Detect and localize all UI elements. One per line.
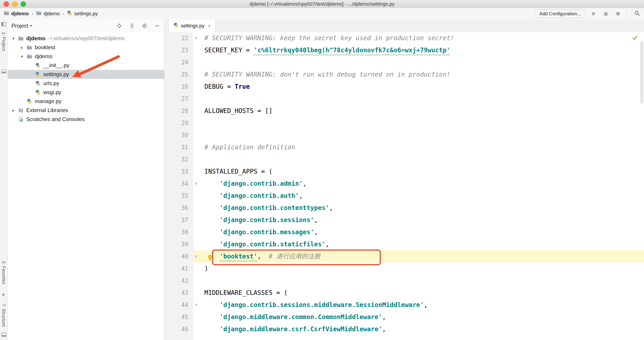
code-line-40[interactable]: ▾ 'booktest', # 进行应用的注册 bbox=[193, 250, 644, 262]
run-icon[interactable] bbox=[590, 10, 597, 17]
code-line-45[interactable]: 'django.middleware.common.CommonMiddlewa… bbox=[193, 311, 644, 323]
code-line-22[interactable]: ▾# SECURITY WARNING: keep the secret key… bbox=[193, 32, 644, 44]
code-line-27[interactable] bbox=[193, 93, 644, 105]
fold-icon[interactable]: ▾ bbox=[195, 250, 198, 262]
bottom-stripe-icon[interactable] bbox=[1, 332, 6, 338]
line-number[interactable]: 35 bbox=[164, 190, 193, 202]
code-line-36[interactable]: 'django.contrib.contenttypes', bbox=[193, 202, 644, 214]
code-line-46[interactable]: 'django.middleware.csrf.CsrfViewMiddlewa… bbox=[193, 323, 644, 335]
line-number[interactable]: 32 bbox=[164, 153, 193, 166]
line-number[interactable]: 37 bbox=[164, 214, 193, 226]
line-number[interactable]: 39 bbox=[164, 238, 193, 250]
code-line-43[interactable]: MIDDLEWARE_CLASSES = ( bbox=[193, 287, 644, 299]
python-icon bbox=[34, 63, 42, 68]
line-number[interactable]: 46 bbox=[164, 323, 193, 335]
code-line-24[interactable] bbox=[193, 56, 644, 69]
add-configuration-button[interactable]: Add Configuration... bbox=[535, 10, 585, 18]
fold-icon[interactable]: ▾ bbox=[195, 32, 198, 44]
code-line-32[interactable] bbox=[193, 153, 644, 166]
line-number[interactable]: 42 bbox=[164, 275, 193, 287]
breadcrumb-item-djdemo[interactable]: djdemo bbox=[4, 11, 29, 17]
code-line-23[interactable]: SECRET_KEY = 'c%6ltrrkqy040lbeg(h^78c4yl… bbox=[193, 44, 644, 56]
libraries-icon bbox=[17, 108, 24, 113]
chevron-expanded-icon[interactable]: ▾ bbox=[18, 54, 26, 59]
tree-item-settings.py[interactable]: settings.py bbox=[8, 70, 164, 79]
fold-icon[interactable]: ▾ bbox=[195, 299, 198, 311]
tree-item-label: booktest bbox=[35, 44, 55, 51]
code-line-39[interactable]: 'django.contrib.staticfiles', bbox=[193, 238, 644, 250]
breadcrumb-item-settings.py[interactable]: settings.py bbox=[67, 10, 98, 17]
tree-item-booktest[interactable]: ▸booktest bbox=[8, 43, 164, 52]
code-line-30[interactable] bbox=[193, 129, 644, 141]
code-token: , bbox=[258, 253, 269, 260]
editor-scrollbar[interactable] bbox=[640, 41, 643, 104]
code-line-37[interactable]: 'django.contrib.sessions', bbox=[193, 214, 644, 226]
close-icon[interactable]: × bbox=[208, 23, 211, 29]
line-number[interactable]: 22 bbox=[164, 32, 193, 44]
code-line-44[interactable]: ▾ 'django.contrib.sessions.middleware.Se… bbox=[193, 299, 644, 311]
fold-icon[interactable]: ▾ bbox=[195, 178, 198, 190]
line-number[interactable]: 29 bbox=[164, 117, 193, 129]
line-number[interactable]: 45 bbox=[164, 311, 193, 323]
line-number[interactable]: 44 bbox=[164, 299, 193, 311]
code-area[interactable]: ▾# SECURITY WARNING: keep the secret key… bbox=[193, 32, 644, 340]
code-line-26[interactable]: DEBUG = True bbox=[193, 81, 644, 93]
chevron-collapsed-icon[interactable]: ▸ bbox=[10, 108, 17, 113]
line-number[interactable]: 33 bbox=[164, 166, 193, 178]
stripe-tab-structure[interactable]: 7: Structure bbox=[1, 304, 6, 327]
code-line-38[interactable]: 'django.contrib.messages', bbox=[193, 226, 644, 238]
chevron-collapsed-icon[interactable]: ▸ bbox=[18, 45, 26, 50]
code-line-33[interactable]: INSTALLED_APPS = ( bbox=[193, 166, 644, 178]
panel-toggle-icon[interactable] bbox=[1, 69, 6, 75]
tree-item-external-libraries[interactable]: ▸External Libraries bbox=[8, 106, 164, 115]
line-number[interactable]: 25 bbox=[164, 69, 193, 81]
search-everywhere-button[interactable] bbox=[632, 8, 642, 19]
tree-item-scratches-and-consoles[interactable]: Scratches and Consoles bbox=[8, 115, 164, 124]
code-line-31[interactable]: # Application definition bbox=[193, 141, 644, 153]
code-line-34[interactable]: ▾ 'django.contrib.admin', bbox=[193, 178, 644, 190]
code-line-25[interactable]: # SECURITY WARNING: don't run with debug… bbox=[193, 69, 644, 81]
stop-icon[interactable] bbox=[614, 10, 622, 17]
line-number[interactable]: 34 bbox=[164, 178, 193, 190]
line-number[interactable]: 28 bbox=[164, 105, 193, 117]
stripe-tab-favorites[interactable]: 2: Favorites bbox=[1, 261, 6, 284]
code-token: , bbox=[314, 228, 318, 236]
collapse-all-icon[interactable] bbox=[128, 22, 136, 30]
line-number[interactable]: 23 bbox=[164, 44, 193, 56]
line-number[interactable]: 38 bbox=[164, 226, 193, 238]
code-line-41[interactable]: ) bbox=[193, 262, 644, 275]
line-number[interactable]: 26 bbox=[164, 81, 193, 93]
line-number[interactable]: 24 bbox=[164, 56, 193, 69]
project-tool-icon[interactable] bbox=[1, 22, 6, 28]
code-line-28[interactable]: ALLOWED_HOSTS = [] bbox=[193, 105, 644, 117]
tree-item-wsgi.py[interactable]: wsgi.py bbox=[8, 88, 164, 97]
line-number[interactable]: 31 bbox=[164, 141, 193, 153]
star-icon[interactable]: ★ bbox=[1, 292, 6, 297]
line-number[interactable]: 36 bbox=[164, 202, 193, 214]
tree-item-label: djdemo bbox=[26, 35, 45, 42]
code-line-29[interactable] bbox=[193, 117, 644, 129]
line-number[interactable]: 41 bbox=[164, 262, 193, 275]
breadcrumb-item-djdemo[interactable]: djdemo bbox=[36, 11, 60, 17]
tree-item-djdemo[interactable]: ▾djdemo bbox=[8, 52, 164, 61]
chevron-expanded-icon[interactable]: ▾ bbox=[10, 36, 17, 41]
inspections-ok-icon[interactable] bbox=[632, 34, 638, 42]
code-line-42[interactable] bbox=[193, 275, 644, 287]
code-line-35[interactable]: 'django.contrib.auth', bbox=[193, 190, 644, 202]
line-number[interactable]: 40 bbox=[164, 250, 193, 262]
line-number[interactable]: 43 bbox=[164, 287, 193, 299]
tree-item-urls.py[interactable]: urls.py bbox=[8, 79, 164, 88]
debug-icon[interactable] bbox=[602, 10, 610, 17]
gear-icon[interactable] bbox=[141, 22, 148, 30]
locate-file-icon[interactable] bbox=[116, 22, 123, 30]
project-panel-title[interactable]: Project bbox=[12, 23, 28, 29]
hide-panel-icon[interactable] bbox=[154, 22, 161, 30]
tree-item-djdemo[interactable]: ▾djdemo~/.virtualenvs/npy007/test/djdemo bbox=[8, 34, 164, 43]
tab-settings-py[interactable]: settings.py × bbox=[168, 20, 216, 32]
stripe-tab-project[interactable]: 1: Project bbox=[1, 32, 6, 51]
chevron-down-icon[interactable]: ▾ bbox=[30, 23, 32, 28]
tree-item-__init__.py[interactable]: __init__.py bbox=[8, 61, 164, 70]
tree-item-manage.py[interactable]: manage.py bbox=[8, 97, 164, 106]
line-number[interactable]: 30 bbox=[164, 129, 193, 141]
line-number[interactable]: 27 bbox=[164, 93, 193, 105]
